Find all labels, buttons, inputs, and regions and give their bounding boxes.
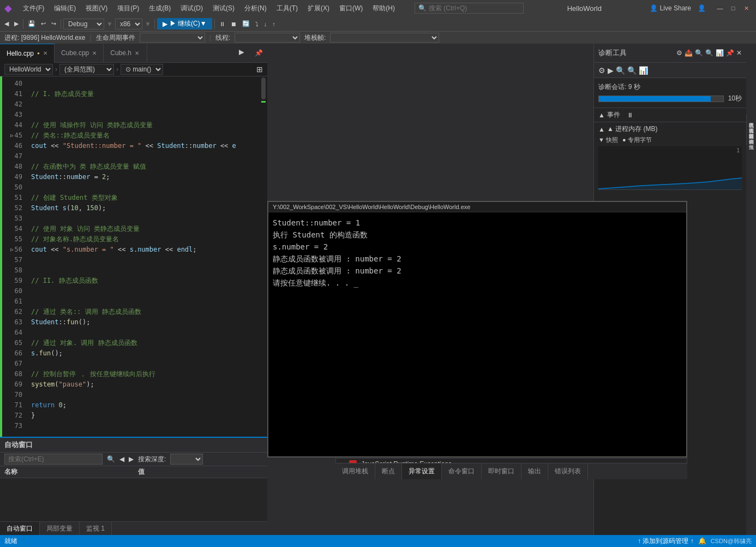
continue-button[interactable]: ▶ ▶ 继续(C)▼ [157,18,212,29]
vert-tb-item-4[interactable]: 错误列表 [748,133,755,138]
scroll-thumb[interactable] [261,78,266,99]
auto-window-search[interactable] [4,454,103,465]
diag-settings-icon[interactable]: ⚙ [676,49,682,57]
menu-edit[interactable]: 编辑(E) [50,3,80,14]
diag-zoom-out-icon[interactable]: 🔍 [705,49,713,57]
close-button[interactable]: ✕ [741,3,752,14]
diag-session: 诊断会话: 9 秒 10秒 [594,78,746,108]
events-pause-icon[interactable]: ⏸ [627,111,633,119]
mem-snapshot-btn[interactable]: ▼ 快照 [598,136,618,144]
exc-tab-exceptions[interactable]: 异常设置 [402,463,442,479]
diag-tb-search[interactable]: 🔍 [616,66,625,75]
tab-close[interactable]: ✕ [43,50,47,56]
minimize-button[interactable]: — [715,3,725,14]
menu-help[interactable]: 帮助(H) [368,3,399,14]
lifecycle-select[interactable] [140,33,205,43]
events-header[interactable]: ▲ 事件 ⏸ [598,110,742,120]
forward-button[interactable]: ▶ [12,19,21,28]
exc-tab-breakpoints[interactable]: 断点 [375,463,402,479]
exc-tab-immediate[interactable]: 即时窗口 [482,463,521,479]
watermark: CSDN@韩骕亮 [711,537,752,545]
menu-debug[interactable]: 调试(D) [176,3,207,14]
exc-tab-command[interactable]: 命令窗口 [442,463,482,479]
exc-tab-errors[interactable]: 错误列表 [548,463,588,479]
menu-bar: 文件(F) 编辑(E) 视图(V) 项目(P) 生成(B) 调试(D) 测试(S… [19,3,399,14]
maximize-button[interactable]: □ [728,3,739,14]
diag-close-icon[interactable]: ✕ [736,49,742,57]
thread-select[interactable] [235,33,300,43]
status-left: 就绪 [4,537,17,546]
vert-tb-item-1[interactable]: 状态机图 [748,117,755,121]
diag-tools-pin[interactable]: 📌 [253,49,265,57]
menu-build[interactable]: 生成(B) [145,3,175,14]
menu-analyze[interactable]: 分析(N) [240,3,271,14]
search-depth-select[interactable] [170,454,203,465]
arch-select[interactable]: x86 x64 [115,19,142,29]
toolbar: ◀ ▶ 💾 ↩ ↪ Debug Release ▼ x86 x64 ▼ ▶ ▶ … [0,16,756,32]
search-input[interactable] [429,4,511,12]
nav-back[interactable]: ◀ [119,455,124,463]
tab-label: Hello.cpp [7,50,34,57]
session-progress-bar [598,96,724,102]
diag-pin-icon[interactable]: 📌 [726,49,734,57]
tab-hello-cpp[interactable]: Hello.cpp ● ✕ [0,44,55,63]
step-into-icon[interactable]: ↓ [262,20,269,28]
diag-export-icon[interactable]: 📤 [685,49,693,57]
menu-file[interactable]: 文件(F) [19,3,49,14]
col-name: 名称 [0,466,134,478]
vert-tb-item-5[interactable]: 属性 [748,139,755,143]
auto-window-table: 名称 值 [0,466,267,521]
vs-logo: ◆ [4,2,12,14]
diag-tb-settings[interactable]: ⚙ [598,66,605,75]
vert-tb-item-2[interactable]: 资源视图 [748,122,755,127]
step-over-icon[interactable]: ⤵ [253,20,261,28]
redo-icon[interactable]: ↪ [49,19,58,28]
console-titlebar: Y:\002_WorkSpace\002_VS\HelloWorld\Hello… [268,202,686,212]
mem-private-btn[interactable]: ● 专用字节 [622,136,652,144]
diag-chart-icon[interactable]: 📊 [716,49,724,57]
console-content[interactable]: Student::number = 1 执行 Student 的构造函数 s.n… [268,212,686,456]
pause-icon[interactable]: ⏸ [217,20,227,28]
play-icon: ▶ [163,20,167,28]
tab-cube-h[interactable]: Cube.h ✕ [104,44,147,63]
diag-tb-play[interactable]: ▶ [608,66,614,75]
add-to-source-control[interactable]: ↑ 添加到源码管理 ↑ [638,537,694,546]
menu-project[interactable]: 项目(P) [113,3,143,14]
save-icon[interactable]: 💾 [26,19,38,28]
menu-tools[interactable]: 工具(T) [272,3,302,14]
mem-header[interactable]: ▲ ▲ 进程内存 (MB) [598,124,742,134]
mem-controls: ▼ 快照 ● 专用字节 [598,136,742,144]
nav-forward[interactable]: ▶ [129,455,134,463]
tab-cube-cpp[interactable]: Cube.cpp ✕ [55,44,104,63]
undo-icon[interactable]: ↩ [39,19,48,28]
bottom-tab-watch[interactable]: 监视 1 [80,522,112,535]
scope-select[interactable]: (全局范围) [59,64,114,75]
vert-tb-item-3[interactable]: 团队资源管理器 [748,128,755,132]
menu-ext[interactable]: 扩展(X) [303,3,334,14]
session-bar-container: 10秒 [598,94,742,103]
back-button[interactable]: ◀ [2,19,11,28]
exc-tab-callstack[interactable]: 调用堆栈 [335,463,375,479]
restart-icon[interactable]: 🔄 [240,19,252,28]
tab-scroll-right[interactable]: ⯈ [236,49,247,57]
diag-tb-chart[interactable]: 📊 [639,66,648,75]
exc-tab-output[interactable]: 输出 [521,463,548,479]
menu-window[interactable]: 窗口(W) [335,3,367,14]
callstack-select[interactable] [330,33,439,43]
live-share-button[interactable]: 👤 Live Share [650,4,691,12]
func-select[interactable]: ⊙ main() [121,64,163,75]
step-out-icon[interactable]: ↑ [270,20,278,28]
diag-tb-zoom2[interactable]: 🔍 [627,66,637,75]
menu-view[interactable]: 视图(V) [81,3,112,14]
tab-close-3[interactable]: ✕ [135,50,139,56]
stop-icon[interactable]: ⏹ [229,20,239,28]
menu-test[interactable]: 测试(S) [208,3,239,14]
project-select[interactable]: HelloWorld [4,64,53,75]
debug-config-select[interactable]: Debug Release [63,19,104,29]
split-editor-icon[interactable]: ⊞ [256,65,263,74]
bottom-tab-locals[interactable]: 局部变量 [40,522,80,535]
process-label: 进程: [9896] HelloWorld.exe [4,33,86,43]
tab-close-2[interactable]: ✕ [92,50,97,56]
diag-zoom-in-icon[interactable]: 🔍 [695,49,703,57]
bottom-tab-auto[interactable]: 自动窗口 [0,522,40,535]
